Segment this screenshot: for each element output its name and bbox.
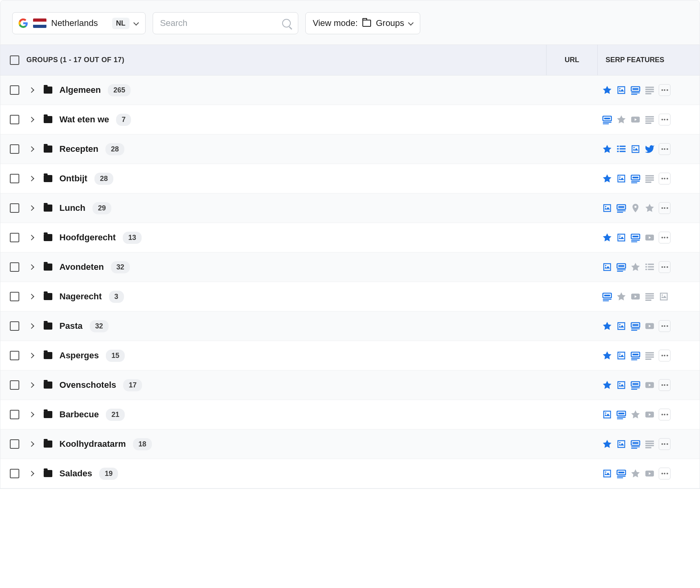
- video-icon: [645, 409, 655, 420]
- more-button[interactable]: [659, 114, 670, 125]
- group-name[interactable]: Ontbijt: [59, 173, 87, 184]
- group-name[interactable]: Hoofdgerecht: [59, 232, 116, 243]
- image-icon: [616, 380, 626, 390]
- row-checkbox[interactable]: [10, 469, 19, 478]
- table-row: Ontbijt 28: [0, 164, 700, 194]
- folder-icon: [44, 411, 52, 418]
- expand-chevron-icon[interactable]: [29, 412, 34, 417]
- group-name[interactable]: Nagerecht: [59, 291, 102, 302]
- expand-chevron-icon[interactable]: [29, 264, 34, 270]
- group-name[interactable]: Wat eten we: [59, 114, 109, 125]
- more-button[interactable]: [659, 468, 670, 479]
- group-name[interactable]: Recepten: [59, 144, 98, 154]
- folder-icon: [44, 205, 52, 212]
- folder-icon: [44, 441, 52, 448]
- serp-cell: [597, 114, 700, 125]
- star-icon: [602, 350, 612, 361]
- table-row: Hoofdgerecht 13: [0, 223, 700, 253]
- table-row: Asperges 15: [0, 341, 700, 370]
- row-checkbox[interactable]: [10, 292, 19, 301]
- expand-chevron-icon[interactable]: [29, 382, 34, 388]
- star-icon: [602, 85, 612, 95]
- group-name[interactable]: Ovenschotels: [59, 380, 116, 390]
- group-name[interactable]: Algemeen: [59, 85, 101, 95]
- more-button[interactable]: [659, 409, 670, 420]
- expand-chevron-icon[interactable]: [29, 146, 34, 152]
- row-checkbox[interactable]: [10, 321, 19, 331]
- group-name[interactable]: Barbecue: [59, 409, 99, 420]
- star-icon: [602, 439, 612, 449]
- serp-cell: [597, 350, 700, 361]
- expand-chevron-icon[interactable]: [29, 117, 34, 122]
- more-button[interactable]: [659, 261, 670, 273]
- expand-chevron-icon[interactable]: [29, 323, 34, 329]
- count-badge: 15: [106, 350, 125, 362]
- more-button[interactable]: [659, 379, 670, 391]
- lines-icon: [645, 114, 655, 125]
- country-selector[interactable]: Netherlands NL: [12, 12, 146, 34]
- expand-chevron-icon[interactable]: [29, 176, 34, 181]
- more-button[interactable]: [659, 84, 670, 96]
- video-icon: [645, 468, 655, 479]
- viewmode-selector[interactable]: View mode: Groups: [305, 12, 421, 34]
- group-name[interactable]: Salades: [59, 468, 92, 479]
- count-badge: 3: [109, 291, 124, 303]
- card-icon: [630, 350, 641, 361]
- search-input[interactable]: [160, 18, 271, 28]
- more-button[interactable]: [659, 320, 670, 332]
- row-checkbox[interactable]: [10, 233, 19, 242]
- video-icon: [645, 380, 655, 390]
- card-icon: [630, 173, 641, 184]
- row-checkbox[interactable]: [10, 174, 19, 183]
- serp-cell: [597, 143, 700, 155]
- row-checkbox[interactable]: [10, 351, 19, 360]
- star-icon: [602, 173, 612, 184]
- search-box[interactable]: [153, 12, 298, 34]
- select-all-checkbox[interactable]: [10, 55, 19, 65]
- row-checkbox[interactable]: [10, 115, 19, 124]
- more-button[interactable]: [659, 202, 670, 214]
- table-row: Ovenschotels 17: [0, 370, 700, 400]
- viewmode-value: Groups: [376, 18, 404, 28]
- groups-header-label: GROUPS (1 - 17 OUT OF 17): [26, 56, 124, 64]
- more-button[interactable]: [659, 173, 670, 184]
- folder-icon: [44, 175, 52, 182]
- expand-chevron-icon[interactable]: [29, 353, 34, 358]
- row-checkbox[interactable]: [10, 203, 19, 213]
- list-icon: [616, 144, 626, 154]
- group-name[interactable]: Pasta: [59, 321, 83, 331]
- expand-chevron-icon[interactable]: [29, 441, 34, 447]
- row-checkbox[interactable]: [10, 380, 19, 390]
- more-button[interactable]: [659, 438, 670, 450]
- row-checkbox[interactable]: [10, 85, 19, 95]
- group-name[interactable]: Avondeten: [59, 262, 104, 272]
- card-icon: [616, 262, 626, 272]
- card-icon: [630, 321, 641, 331]
- serp-cell: [597, 261, 700, 273]
- more-button[interactable]: [659, 232, 670, 243]
- expand-chevron-icon[interactable]: [29, 294, 34, 299]
- more-button[interactable]: [659, 350, 670, 361]
- expand-chevron-icon[interactable]: [29, 205, 34, 211]
- expand-chevron-icon[interactable]: [29, 235, 34, 240]
- expand-chevron-icon[interactable]: [29, 87, 34, 93]
- group-name[interactable]: Asperges: [59, 350, 99, 361]
- count-badge: 32: [90, 320, 109, 332]
- table-row: Wat eten we 7: [0, 105, 700, 135]
- search-icon: [282, 19, 291, 28]
- expand-chevron-icon[interactable]: [29, 471, 34, 476]
- folder-icon: [44, 470, 52, 477]
- group-name[interactable]: Koolhydraatarm: [59, 439, 126, 449]
- card-icon: [616, 203, 626, 213]
- more-button[interactable]: [659, 143, 670, 155]
- toolbar: Netherlands NL View mode: Groups: [0, 0, 700, 45]
- card-icon: [630, 380, 641, 390]
- folder-icon: [44, 382, 52, 389]
- row-checkbox[interactable]: [10, 262, 19, 272]
- serp-cell: [597, 320, 700, 332]
- row-checkbox[interactable]: [10, 410, 19, 419]
- row-checkbox[interactable]: [10, 439, 19, 449]
- lines-icon: [645, 291, 655, 302]
- group-name[interactable]: Lunch: [59, 203, 85, 213]
- row-checkbox[interactable]: [10, 144, 19, 154]
